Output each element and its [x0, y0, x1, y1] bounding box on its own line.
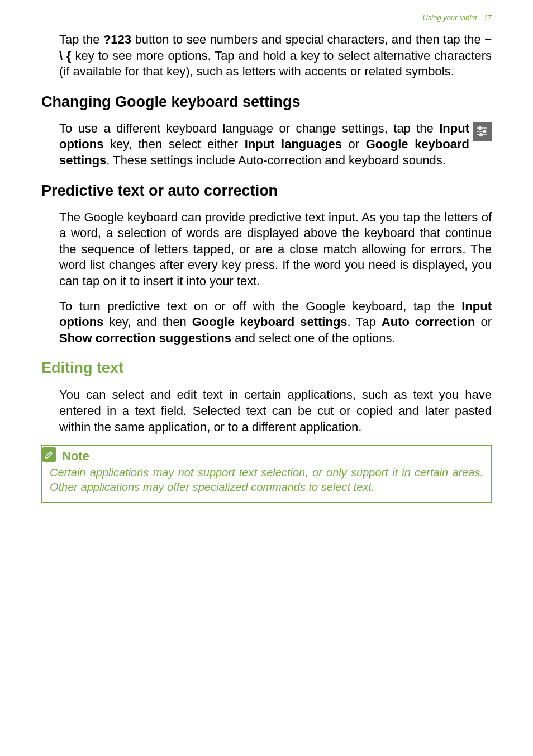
text: To turn predictive text on or off with t…	[59, 299, 461, 313]
text-bold: Google keyboard settings	[192, 315, 348, 329]
pencil-icon	[42, 447, 56, 462]
heading-editing-text: Editing text	[41, 360, 492, 377]
s2-paragraph-2: To turn predictive text on or off with t…	[41, 299, 492, 347]
text-bold: ?123	[103, 32, 131, 46]
svg-point-5	[483, 130, 486, 133]
text-bold: Auto correction	[382, 315, 475, 329]
s2-paragraph-1: The Google keyboard can provide predicti…	[41, 210, 492, 290]
text: . Tap	[348, 315, 382, 329]
text: key to see more options. Tap and hold a …	[59, 49, 492, 79]
text: and select one of the options.	[231, 331, 396, 345]
text: or	[342, 137, 366, 151]
input-options-icon	[473, 122, 492, 141]
note-header: Note	[50, 452, 483, 464]
s3-paragraph: You can select and edit text in certain …	[41, 387, 492, 435]
text: key, then select either	[103, 137, 244, 151]
text: Tap the	[59, 32, 103, 46]
heading-predictive-text: Predictive text or auto correction	[41, 182, 492, 200]
text: . These settings include Auto-correction…	[106, 153, 445, 167]
intro-paragraph: Tap the ?123 button to see numbers and s…	[41, 32, 492, 80]
text: key, and then	[103, 315, 192, 329]
text-bold: Show correction suggestions	[59, 331, 231, 345]
text-bold: Input languages	[245, 137, 342, 151]
text: To use a different keyboard language or …	[59, 121, 439, 135]
svg-point-6	[480, 133, 483, 136]
s1-paragraph: To use a different keyboard language or …	[41, 121, 492, 169]
text: button to see numbers and special charac…	[131, 32, 484, 46]
note-callout: Note Certain applications may not suppor…	[41, 445, 492, 503]
note-title: Note	[62, 449, 89, 464]
svg-point-4	[479, 126, 482, 129]
page-header-right: Using your tablet - 17	[41, 13, 492, 22]
text: or	[475, 315, 492, 329]
heading-changing-keyboard: Changing Google keyboard settings	[41, 93, 492, 111]
note-body: Certain applications may not support tex…	[50, 466, 483, 494]
